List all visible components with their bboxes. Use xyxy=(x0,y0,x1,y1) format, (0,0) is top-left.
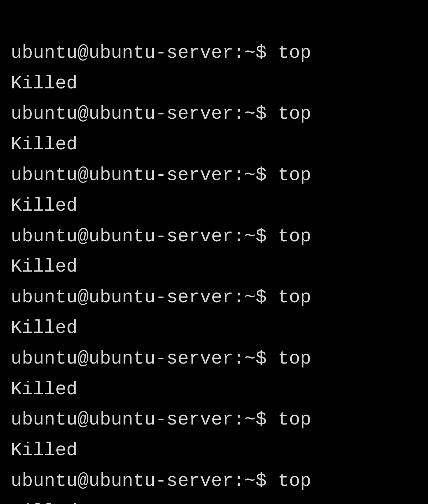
terminal-prompt-line: ubuntu@ubuntu-server:~$ top xyxy=(11,221,417,252)
terminal-command: top xyxy=(278,470,311,492)
terminal-killed-text: Killed xyxy=(11,195,77,216)
terminal-prompt: ubuntu@ubuntu-server:~$ xyxy=(11,226,278,247)
terminal-output-line: Killed xyxy=(11,129,417,160)
terminal-killed-text: Killed xyxy=(11,501,77,504)
terminal-killed-text: Killed xyxy=(11,318,77,339)
terminal-prompt: ubuntu@ubuntu-server:~$ xyxy=(11,348,278,369)
terminal-killed-text: Killed xyxy=(11,134,77,155)
terminal-command: top xyxy=(278,165,311,186)
terminal-command: top xyxy=(278,103,311,124)
terminal-prompt: ubuntu@ubuntu-server:~$ xyxy=(11,470,278,492)
terminal-output-line: Killed xyxy=(11,313,417,344)
terminal-output-line: Killed xyxy=(11,435,417,466)
terminal-killed-text: Killed xyxy=(11,379,77,400)
terminal-prompt: ubuntu@ubuntu-server:~$ xyxy=(11,287,278,308)
terminal-command: top xyxy=(278,42,311,63)
terminal-output-line: Killed xyxy=(11,191,417,221)
terminal-command: top xyxy=(278,348,311,369)
terminal-command: top xyxy=(278,226,311,247)
terminal-killed-text: Killed xyxy=(11,440,77,461)
terminal-output-line: Killed xyxy=(11,374,417,405)
terminal-prompt-line: ubuntu@ubuntu-server:~$ top xyxy=(11,282,417,313)
terminal-prompt-line: ubuntu@ubuntu-server:~$ top xyxy=(11,99,417,129)
terminal-prompt: ubuntu@ubuntu-server:~$ xyxy=(11,103,278,124)
terminal-command: top xyxy=(278,409,311,430)
terminal-command: top xyxy=(278,287,311,308)
terminal-prompt-line: ubuntu@ubuntu-server:~$ top xyxy=(11,466,417,497)
terminal-prompt-line: ubuntu@ubuntu-server:~$ top xyxy=(11,160,417,191)
terminal-killed-text: Killed xyxy=(11,73,77,94)
terminal-prompt: ubuntu@ubuntu-server:~$ xyxy=(11,409,278,430)
terminal-prompt-line: ubuntu@ubuntu-server:~$ top xyxy=(11,344,417,374)
terminal-prompt-line: ubuntu@ubuntu-server:~$ top xyxy=(11,38,417,68)
terminal-output-line: Killed xyxy=(11,68,417,99)
terminal-prompt: ubuntu@ubuntu-server:~$ xyxy=(11,42,278,63)
terminal-prompt: ubuntu@ubuntu-server:~$ xyxy=(11,165,278,186)
terminal-prompt-line: ubuntu@ubuntu-server:~$ top xyxy=(11,405,417,435)
terminal-killed-text: Killed xyxy=(11,256,77,277)
terminal-output-line: Killed xyxy=(11,497,417,504)
terminal-window[interactable]: ubuntu@ubuntu-server:~$ topKilledubuntu@… xyxy=(0,0,428,504)
terminal-output-line: Killed xyxy=(11,252,417,282)
